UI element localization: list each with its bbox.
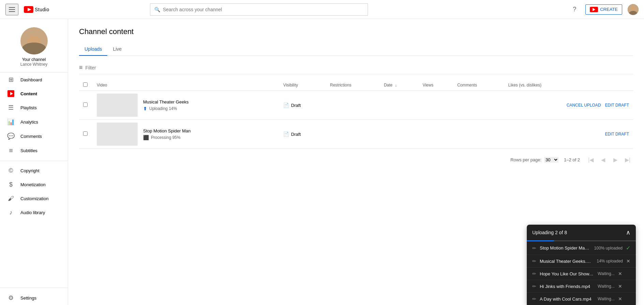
search-input[interactable]: [163, 7, 364, 12]
upload-item-name-1: Stop Motion Spider Man...: [540, 245, 591, 251]
table-body: Musical Theater Geeks ⬆ Uploading 14% 📄: [79, 91, 633, 149]
last-page-button[interactable]: ▶|: [622, 154, 633, 165]
upload-item-1: ✏ Stop Motion Spider Man... 100% uploade…: [527, 241, 636, 255]
sidebar-item-subtitles[interactable]: ≡ Subtitles: [0, 143, 68, 158]
td-date-2: [380, 120, 418, 149]
table-row: Musical Theater Geeks ⬆ Uploading 14% 📄: [79, 91, 633, 120]
page-title: Channel content: [79, 27, 633, 36]
menu-button[interactable]: [5, 4, 18, 15]
prev-page-button[interactable]: ◀: [598, 154, 609, 165]
copyright-icon: ©: [7, 167, 15, 174]
td-comments-2: [453, 120, 504, 149]
header-right: ? CREATE: [569, 4, 639, 15]
select-all-checkbox[interactable]: [83, 82, 88, 87]
filter-icon: ≡: [79, 64, 83, 71]
td-comments-1: [453, 91, 504, 120]
th-select-all: [79, 80, 93, 91]
action-cell-2: EDIT DRAFT: [508, 132, 629, 137]
sidebar-item-dashboard[interactable]: ⊞ Dashboard: [0, 73, 68, 87]
table-row: Stop Motion Spider Man ⬛ Processing 95% …: [79, 120, 633, 149]
sidebar-label-playlists: Playlists: [20, 105, 37, 110]
sidebar: Your channel Lance Whitney ⊞ Dashboard C…: [0, 19, 68, 305]
th-date[interactable]: Date ↓: [380, 80, 418, 91]
row-checkbox-2[interactable]: [83, 131, 88, 136]
create-video-icon: [590, 7, 598, 12]
playlists-icon: ☰: [7, 104, 15, 111]
upload-item-done-1: ✓: [626, 245, 630, 251]
upload-panel: Uploading 2 of 8 ∧ ✏ Stop Motion Spider …: [527, 225, 636, 305]
sidebar-item-customization[interactable]: 🖌 Customization: [0, 192, 68, 206]
rows-per-page-select[interactable]: 30 50 100: [544, 157, 558, 163]
sidebar-label-dashboard: Dashboard: [20, 77, 42, 82]
visibility-cell-2: 📄 Draft: [283, 131, 322, 137]
user-avatar[interactable]: [628, 4, 639, 15]
first-page-button[interactable]: |◀: [585, 154, 596, 165]
sidebar-item-copyright[interactable]: © Copyright: [0, 164, 68, 178]
rows-per-page-label: Rows per page:: [510, 157, 541, 162]
edit-item-icon-3: ✏: [532, 271, 536, 276]
td-restrictions-2: [326, 120, 380, 149]
help-button[interactable]: ?: [569, 4, 580, 15]
upload-item-status-2: 14% uploaded: [597, 259, 623, 263]
upload-item-close-4[interactable]: ✕: [618, 284, 622, 289]
td-views-1: [418, 91, 453, 120]
sidebar-label-subtitles: Subtitles: [20, 148, 37, 153]
sidebar-item-comments[interactable]: 💬 Comments: [0, 129, 68, 143]
upload-item-close-5[interactable]: ✕: [618, 296, 622, 302]
th-comments: Comments: [453, 80, 504, 91]
page-nav: |◀ ◀ ▶ ▶|: [585, 154, 633, 165]
draft-icon-1: 📄: [283, 102, 289, 108]
settings-icon: ⚙: [7, 294, 15, 302]
edit-item-icon-2: ✏: [532, 258, 536, 264]
rows-per-page: Rows per page: 30 50 100: [510, 157, 558, 163]
video-cell-2: Stop Motion Spider Man ⬛ Processing 95%: [97, 123, 275, 146]
tab-uploads[interactable]: Uploads: [79, 43, 107, 56]
video-thumb-2: [97, 123, 138, 146]
collapse-panel-button[interactable]: ∧: [626, 229, 630, 236]
subtitles-icon: ≡: [7, 147, 15, 155]
edit-draft-button-1[interactable]: EDIT DRAFT: [605, 103, 629, 108]
row-checkbox-1[interactable]: [83, 102, 88, 107]
sort-icon: ↓: [395, 83, 397, 87]
upload-panel-title: Uploading 2 of 8: [532, 230, 567, 235]
tabs: Uploads Live: [79, 43, 633, 56]
upload-item-close-3[interactable]: ✕: [618, 271, 622, 276]
upload-item-name-3: Hope You Like Our Show.mp4: [540, 271, 594, 276]
sidebar-bottom: ⚙ Settings: [0, 285, 68, 305]
sidebar-item-audio-library[interactable]: ♪ Audio library: [0, 206, 68, 220]
sidebar-item-content[interactable]: Content: [0, 87, 68, 100]
filter-input[interactable]: [86, 65, 633, 70]
page-info: 1–2 of 2: [564, 157, 580, 162]
analytics-icon: 📊: [7, 118, 15, 126]
create-label: CREATE: [600, 7, 618, 12]
avatar-image: [628, 4, 639, 15]
upload-item-status-4: Waiting...: [598, 284, 615, 289]
search-bar[interactable]: 🔍: [150, 3, 368, 16]
video-cell-1: Musical Theater Geeks ⬆ Uploading 14%: [97, 94, 275, 117]
th-visibility: Visibility: [279, 80, 326, 91]
create-button[interactable]: CREATE: [585, 4, 622, 15]
dashboard-icon: ⊞: [7, 76, 15, 83]
td-views-2: [418, 120, 453, 149]
td-checkbox-1: [79, 91, 93, 120]
upload-item-close-2[interactable]: ✕: [626, 258, 630, 264]
sidebar-divider-1: [0, 161, 68, 161]
sidebar-item-settings[interactable]: ⚙ Settings: [0, 291, 68, 305]
content-table: Video Visibility Restrictions Date ↓ Vie…: [79, 80, 633, 149]
next-page-button[interactable]: ▶: [610, 154, 621, 165]
action-cell-1: CANCEL UPLOAD EDIT DRAFT: [508, 103, 629, 108]
cancel-upload-button[interactable]: CANCEL UPLOAD: [567, 103, 601, 108]
sidebar-label-settings: Settings: [20, 295, 36, 301]
td-checkbox-2: [79, 120, 93, 149]
upload-item-2: ✏ Musical Theater Geeks.m... 14% uploade…: [527, 255, 636, 268]
sidebar-item-monetization[interactable]: $ Monetization: [0, 178, 68, 192]
upload-panel-header[interactable]: Uploading 2 of 8 ∧: [527, 225, 636, 240]
sidebar-item-playlists[interactable]: ☰ Playlists: [0, 100, 68, 115]
audio-library-icon: ♪: [7, 209, 15, 216]
video-info-2: Stop Motion Spider Man ⬛ Processing 95%: [143, 128, 275, 140]
edit-draft-button-2[interactable]: EDIT DRAFT: [605, 132, 629, 137]
sidebar-item-analytics[interactable]: 📊 Analytics: [0, 115, 68, 129]
draft-icon-2: 📄: [283, 131, 289, 137]
tab-live[interactable]: Live: [107, 43, 127, 56]
channel-avatar[interactable]: [20, 27, 48, 54]
